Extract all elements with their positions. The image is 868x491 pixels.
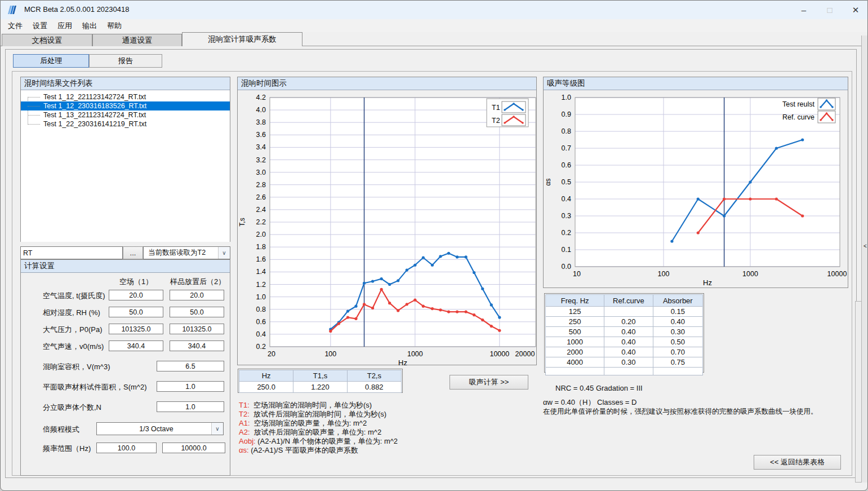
svg-text:0.3: 0.3 bbox=[562, 212, 571, 220]
menu-item-help[interactable]: 帮助 bbox=[102, 20, 127, 32]
abs-table-cell bbox=[545, 368, 604, 375]
sound-speed-2-input[interactable] bbox=[170, 340, 224, 351]
collapsed-subpanel bbox=[855, 301, 861, 483]
svg-text:T,s: T,s bbox=[238, 218, 246, 226]
result-file-panel-title: 混时间结果文件列表 bbox=[21, 77, 230, 90]
sample-area-input[interactable] bbox=[157, 381, 224, 392]
menu-item-application[interactable]: 应用 bbox=[52, 20, 77, 32]
rt-table-header-t1: T1,s bbox=[293, 370, 347, 382]
svg-text:100: 100 bbox=[658, 270, 670, 278]
svg-text:1000: 1000 bbox=[407, 350, 423, 358]
svg-text:Ref. curve: Ref. curve bbox=[782, 113, 814, 121]
svg-text:3.6: 3.6 bbox=[256, 131, 266, 139]
svg-text:0.5: 0.5 bbox=[562, 178, 571, 186]
svg-text:0.1: 0.1 bbox=[562, 246, 571, 254]
list-item[interactable]: Test 1_22_230316141219_RT.txt bbox=[21, 120, 230, 129]
rt-table-freq-value: 250.0 bbox=[239, 382, 293, 393]
humidity-1-input[interactable] bbox=[109, 307, 163, 317]
svg-text:0.2: 0.2 bbox=[562, 229, 571, 237]
close-button[interactable]: ✕ bbox=[843, 1, 868, 19]
abs-table-cell: 0.15 bbox=[653, 307, 703, 317]
absorber-count-input[interactable] bbox=[157, 401, 224, 412]
data-read-as-dropdown[interactable]: 当前数据读取为T2 ∨ bbox=[143, 246, 230, 259]
tab-channel-settings[interactable]: 通道设置 bbox=[92, 34, 182, 46]
rt-table-t1-value: 1.220 bbox=[293, 382, 347, 393]
abs-table-cell: 0.40 bbox=[604, 347, 653, 357]
svg-text:0.8: 0.8 bbox=[256, 306, 266, 313]
abs-table-cell: 500 bbox=[545, 327, 604, 337]
legend-notes: T1: 空场混响室的混响时间，单位为秒(s) T2: 放试件后混响室的混响时间，… bbox=[239, 401, 398, 455]
note-text: 空场混响室的混响时间，单位为秒(s) bbox=[253, 401, 372, 409]
field-label-octave-mode: 倍频程模式 bbox=[43, 424, 79, 435]
air-temp-1-input[interactable] bbox=[109, 290, 163, 300]
rt-name-input[interactable] bbox=[20, 246, 123, 259]
note-key: A1: bbox=[239, 419, 250, 427]
app-window: MCR Beta 2.05.0.001 20230418 – □ ✕ 文件 设置… bbox=[0, 0, 868, 491]
minimize-button[interactable]: – bbox=[791, 1, 817, 19]
list-item-selected[interactable]: Test 1_12_230316183526_RT.txt bbox=[21, 101, 230, 110]
note-key: Aobj: bbox=[239, 437, 256, 445]
abs-table-cell: 0.20 bbox=[604, 317, 653, 327]
menu-item-settings[interactable]: 设置 bbox=[28, 20, 52, 32]
abs-table-cell: 0.30 bbox=[604, 357, 653, 368]
tab-reverb-absorption[interactable]: 混响室计算吸声系数 bbox=[182, 32, 302, 46]
svg-text:2.2: 2.2 bbox=[256, 218, 266, 226]
window-controls: – □ ✕ bbox=[791, 1, 868, 19]
tab-document-settings[interactable]: 文档设置 bbox=[2, 34, 92, 46]
tab-post-processing[interactable]: 后处理 bbox=[13, 54, 89, 68]
pressure-1-input[interactable] bbox=[109, 324, 163, 334]
svg-text:0.4: 0.4 bbox=[562, 195, 571, 203]
svg-text:10000: 10000 bbox=[827, 270, 847, 278]
freq-min-input[interactable] bbox=[96, 443, 157, 453]
air-temp-2-input[interactable] bbox=[170, 290, 224, 300]
menu-bar: 文件 设置 应用 输出 帮助 bbox=[1, 19, 868, 32]
chevron-down-icon: ∨ bbox=[218, 247, 230, 259]
field-label-pressure: 大气压力，P0(Pa) bbox=[43, 325, 102, 335]
note-text: 放试件后混响室的吸声量，单位为: m^2 bbox=[254, 428, 381, 436]
note-key: A2: bbox=[239, 428, 250, 436]
svg-text:0.9: 0.9 bbox=[562, 110, 571, 118]
freq-max-input[interactable] bbox=[162, 443, 225, 453]
window-title: MCR Beta 2.05.0.001 20230418 bbox=[24, 5, 129, 14]
list-item[interactable]: Test 1_13_221123142724_RT.txt bbox=[21, 110, 230, 120]
field-label-room-volume: 混响室容积，V(m^3) bbox=[43, 362, 110, 372]
list-item[interactable]: Test 1_12_221123142724_RT.txt bbox=[21, 92, 230, 101]
abs-table-cell: 1000 bbox=[545, 337, 604, 347]
field-label-sample-area: 平面吸声材料试件面积，S(m^2) bbox=[43, 382, 147, 392]
sound-speed-1-input[interactable] bbox=[109, 340, 163, 351]
back-to-results-button[interactable]: << 返回结果表格 bbox=[754, 455, 841, 470]
absorption-chart[interactable]: 0.00.10.20.30.40.50.60.70.80.91.01010010… bbox=[544, 90, 848, 288]
humidity-2-input[interactable] bbox=[170, 307, 224, 317]
svg-text:0.2: 0.2 bbox=[256, 343, 266, 351]
result-file-list[interactable]: Test 1_12_221123142724_RT.txt Test 1_12_… bbox=[21, 90, 230, 242]
svg-text:1.2: 1.2 bbox=[256, 281, 266, 289]
svg-text:3.8: 3.8 bbox=[256, 118, 266, 126]
absorption-calc-button[interactable]: 吸声计算 >> bbox=[449, 375, 528, 390]
field-label-air-temp: 空气温度, t(摄氏度) bbox=[43, 291, 105, 301]
svg-text:4.0: 4.0 bbox=[256, 106, 266, 114]
svg-text:0.4: 0.4 bbox=[256, 330, 266, 338]
nrc-result-text: NRC = 0.45 Gradation = III bbox=[555, 384, 643, 392]
note-text: (A2-A1)/N 单个物体的吸声量，单位为: m^2 bbox=[257, 437, 398, 445]
note-key: αs: bbox=[239, 446, 249, 454]
abs-table-cell: 0.75 bbox=[653, 357, 703, 368]
tab-report[interactable]: 报告 bbox=[89, 54, 162, 68]
rt-chart-panel: 混响时间图示 0.20.40.60.81.01.21.41.61.82.02.2… bbox=[237, 77, 537, 365]
chevron-down-icon: ∨ bbox=[211, 423, 223, 435]
menu-item-output[interactable]: 输出 bbox=[77, 20, 102, 32]
browse-button[interactable]: ... bbox=[123, 246, 143, 259]
svg-text:2.6: 2.6 bbox=[256, 193, 266, 201]
result-file-panel: 混时间结果文件列表 Test 1_12_221123142724_RT.txt … bbox=[20, 77, 230, 242]
pressure-2-input[interactable] bbox=[170, 324, 224, 334]
abs-table-cell: 0.40 bbox=[604, 337, 653, 347]
octave-mode-dropdown[interactable]: 1/3 Octave ∨ bbox=[96, 422, 224, 435]
rt-chart[interactable]: 0.20.40.60.81.01.21.41.61.82.02.22.42.62… bbox=[238, 90, 536, 365]
menu-item-file[interactable]: 文件 bbox=[3, 20, 28, 32]
rt-chart-title: 混响时间图示 bbox=[238, 77, 536, 90]
maximize-button[interactable]: □ bbox=[817, 1, 843, 19]
svg-text:100: 100 bbox=[324, 350, 336, 358]
rt-table-header-t2: T2,s bbox=[348, 370, 402, 382]
collapse-panel-button[interactable]: < bbox=[862, 243, 868, 249]
side-panel-splitter[interactable] bbox=[861, 36, 868, 483]
room-volume-input[interactable] bbox=[157, 361, 224, 371]
